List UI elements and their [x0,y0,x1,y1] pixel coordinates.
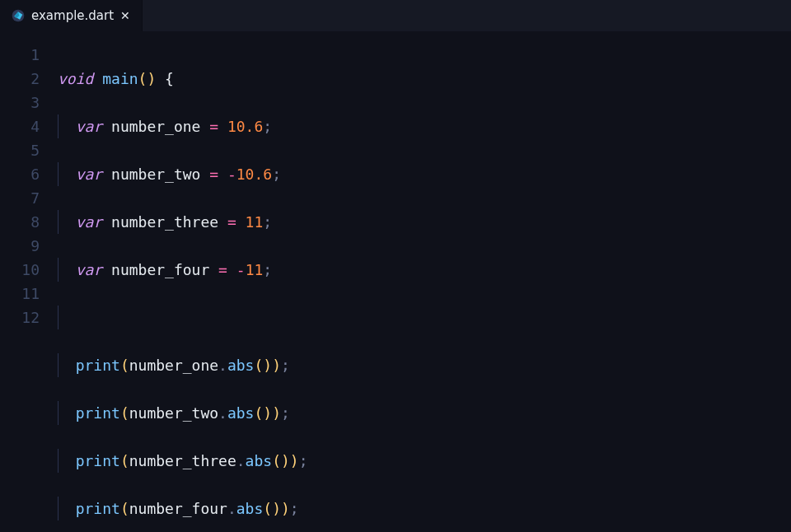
code-line: var number_three = 11; [58,210,791,234]
line-number: 9 [0,234,40,258]
tab-bar: example.dart ✕ [0,0,791,31]
line-number: 10 [0,258,40,282]
code-line: var number_two = -10.6; [58,162,791,186]
line-number: 6 [0,162,40,186]
line-number: 3 [0,91,40,114]
tab-close-icon[interactable]: ✕ [120,9,130,22]
code-editor[interactable]: 1 2 3 4 5 6 7 8 9 10 11 12 void main() {… [0,31,791,532]
code-line: print(number_two.abs()); [58,401,791,425]
code-line: void main() { [58,67,791,91]
code-line: print(number_one.abs()); [58,353,791,377]
line-number: 11 [0,282,40,306]
line-number: 12 [0,306,40,329]
code-line [58,306,791,329]
line-number: 1 [0,43,40,67]
line-number-gutter: 1 2 3 4 5 6 7 8 9 10 11 12 [0,43,58,532]
line-number: 2 [0,67,40,91]
line-number: 7 [0,186,40,210]
line-number: 4 [0,114,40,138]
editor-tab[interactable]: example.dart ✕ [0,0,143,31]
code-area[interactable]: void main() { var number_one = 10.6; var… [58,43,791,532]
code-line: print(number_three.abs()); [58,449,791,473]
line-number: 8 [0,210,40,234]
code-line: print(number_four.abs()); [58,497,791,520]
code-line: var number_four = -11; [58,258,791,282]
dart-file-icon [12,9,25,22]
code-line: var number_one = 10.6; [58,114,791,138]
line-number: 5 [0,138,40,162]
tab-filename: example.dart [31,8,114,23]
